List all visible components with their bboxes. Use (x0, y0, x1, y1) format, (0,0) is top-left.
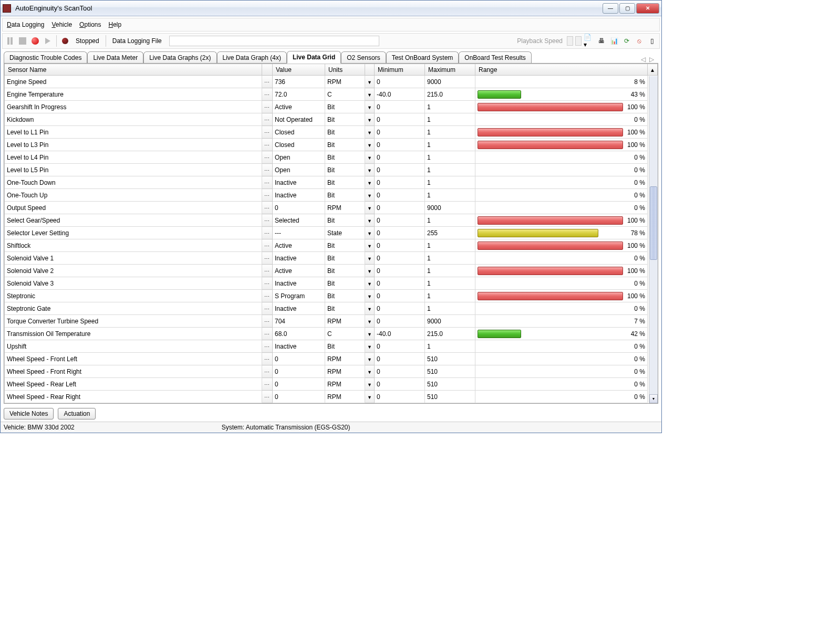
units-dropdown[interactable]: ▼ (365, 202, 375, 214)
row-options-button[interactable]: ⋯ (262, 365, 273, 378)
sensor-name-cell[interactable]: Wheel Speed - Rear Left (5, 378, 262, 391)
value-cell[interactable]: 72.0 (273, 88, 325, 101)
value-cell[interactable]: Inactive (273, 176, 325, 189)
value-cell[interactable]: 736 (273, 76, 325, 88)
max-cell[interactable]: 9000 (425, 202, 475, 214)
sensor-name-cell[interactable]: Level to L5 Pin (5, 164, 262, 176)
value-cell[interactable]: 0 (273, 378, 325, 391)
row-options-button[interactable]: ⋯ (262, 126, 273, 139)
row-options-button[interactable]: ⋯ (262, 315, 273, 328)
playback-slider-max[interactable] (575, 36, 582, 46)
min-cell[interactable]: 0 (375, 164, 425, 176)
max-cell[interactable]: 510 (425, 353, 475, 365)
tab-scroll-arrows[interactable]: ◁ ▷ (641, 56, 658, 63)
units-dropdown[interactable]: ▼ (365, 113, 375, 126)
sensor-name-cell[interactable]: Torque Converter Turbine Speed (5, 315, 262, 328)
min-cell[interactable]: 0 (375, 315, 425, 328)
units-dropdown[interactable]: ▼ (365, 164, 375, 176)
row-options-button[interactable]: ⋯ (262, 176, 273, 189)
tab-test-onboard-system[interactable]: Test OnBoard System (386, 51, 459, 64)
actuation-button[interactable]: Actuation (58, 408, 96, 419)
max-cell[interactable]: 1 (425, 113, 475, 126)
min-cell[interactable]: 0 (375, 302, 425, 315)
value-cell[interactable]: Closed (273, 126, 325, 139)
playback-slider-min[interactable] (567, 36, 573, 46)
value-cell[interactable]: 0 (273, 202, 325, 214)
value-cell[interactable]: Inactive (273, 302, 325, 315)
min-cell[interactable]: 0 (375, 353, 425, 365)
print-icon[interactable]: 🖶 (596, 36, 607, 46)
export-icon[interactable]: 📊 (609, 36, 619, 46)
units-dropdown[interactable]: ▼ (365, 340, 375, 353)
sensor-name-cell[interactable]: Transmission Oil Temperature (5, 328, 262, 340)
units-dropdown[interactable]: ▼ (365, 265, 375, 277)
minimize-button[interactable]: — (603, 3, 618, 14)
cancel-icon[interactable]: ⦸ (634, 36, 645, 46)
sensor-name-cell[interactable]: Level to L4 Pin (5, 151, 262, 164)
vehicle-notes-button[interactable]: Vehicle Notes (4, 408, 54, 419)
value-cell[interactable]: Selected (273, 214, 325, 227)
units-dropdown[interactable]: ▼ (365, 365, 375, 378)
units-dropdown[interactable]: ▼ (365, 328, 375, 340)
min-cell[interactable]: -40.0 (375, 88, 425, 101)
max-cell[interactable]: 1 (425, 265, 475, 277)
max-cell[interactable]: 9000 (425, 76, 475, 88)
page-icon[interactable]: ▯ (647, 36, 657, 46)
sensor-name-cell[interactable]: Output Speed (5, 202, 262, 214)
sensor-name-cell[interactable]: Shiftlock (5, 239, 262, 252)
units-dropdown[interactable]: ▼ (365, 277, 375, 290)
sensor-name-cell[interactable]: Solenoid Valve 3 (5, 277, 262, 290)
row-options-button[interactable]: ⋯ (262, 214, 273, 227)
units-dropdown[interactable]: ▼ (365, 139, 375, 151)
sensor-name-cell[interactable]: Engine Temperature (5, 88, 262, 101)
min-cell[interactable]: 0 (375, 378, 425, 391)
value-cell[interactable]: Active (273, 101, 325, 113)
max-cell[interactable]: 1 (425, 239, 475, 252)
max-cell[interactable]: 510 (425, 391, 475, 403)
min-cell[interactable]: 0 (375, 151, 425, 164)
max-cell[interactable]: 9000 (425, 315, 475, 328)
sensor-name-cell[interactable]: Wheel Speed - Front Left (5, 353, 262, 365)
units-dropdown[interactable]: ▼ (365, 189, 375, 202)
value-cell[interactable]: 0 (273, 353, 325, 365)
min-cell[interactable]: 0 (375, 239, 425, 252)
min-cell[interactable]: 0 (375, 277, 425, 290)
menu-data-logging[interactable]: Data Logging (7, 21, 44, 28)
units-dropdown[interactable]: ▼ (365, 353, 375, 365)
sensor-name-cell[interactable]: Upshift (5, 340, 262, 353)
tab-o2-sensors[interactable]: O2 Sensors (341, 51, 386, 64)
min-cell[interactable]: 0 (375, 113, 425, 126)
value-cell[interactable]: Active (273, 265, 325, 277)
sensor-name-cell[interactable]: Steptronic (5, 290, 262, 302)
value-cell[interactable]: Inactive (273, 277, 325, 290)
max-cell[interactable]: 1 (425, 164, 475, 176)
units-dropdown[interactable]: ▼ (365, 252, 375, 265)
units-dropdown[interactable]: ▼ (365, 88, 375, 101)
max-cell[interactable]: 510 (425, 378, 475, 391)
scroll-up-icon[interactable]: ▴ (648, 64, 658, 76)
max-cell[interactable]: 1 (425, 290, 475, 302)
scroll-down-icon[interactable]: ▾ (649, 394, 658, 403)
min-cell[interactable]: 0 (375, 290, 425, 302)
menu-options[interactable]: Options (79, 21, 101, 28)
row-options-button[interactable]: ⋯ (262, 252, 273, 265)
row-options-button[interactable]: ⋯ (262, 290, 273, 302)
value-cell[interactable]: Inactive (273, 340, 325, 353)
row-options-button[interactable]: ⋯ (262, 302, 273, 315)
row-options-button[interactable]: ⋯ (262, 76, 273, 88)
max-cell[interactable]: 215.0 (425, 88, 475, 101)
sensor-name-cell[interactable]: One-Touch Down (5, 176, 262, 189)
sensor-name-cell[interactable]: Select Gear/Speed (5, 214, 262, 227)
min-cell[interactable]: 0 (375, 139, 425, 151)
record-button[interactable] (30, 36, 40, 46)
max-cell[interactable]: 1 (425, 340, 475, 353)
stop-button[interactable] (17, 36, 28, 46)
close-button[interactable]: ✕ (636, 3, 659, 14)
value-cell[interactable]: Closed (273, 139, 325, 151)
min-cell[interactable]: 0 (375, 101, 425, 113)
value-cell[interactable]: --- (273, 227, 325, 239)
col-units[interactable]: Units (325, 64, 365, 76)
units-dropdown[interactable]: ▼ (365, 239, 375, 252)
row-options-button[interactable]: ⋯ (262, 139, 273, 151)
row-options-button[interactable]: ⋯ (262, 340, 273, 353)
